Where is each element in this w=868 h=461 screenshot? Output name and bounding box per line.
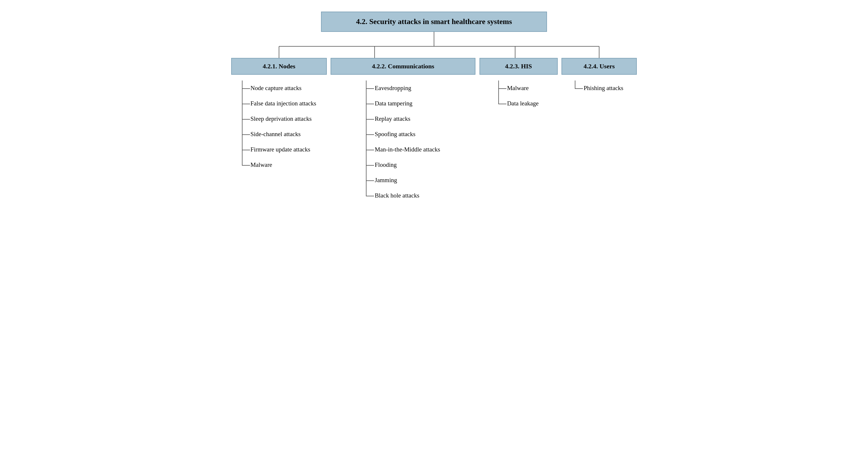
his-header: 4.2.3. HIS (479, 58, 558, 75)
list-item: Eavesdropping (375, 80, 440, 96)
comms-header: 4.2.2. Communications (331, 58, 475, 75)
list-item: Malware (507, 80, 538, 96)
list-item: Data tampering (375, 96, 440, 111)
list-item: Flooding (375, 157, 440, 173)
col-comms: 4.2.2. Communications Eavesdropping Data… (331, 58, 475, 203)
list-item: Firmware update attacks (251, 142, 316, 157)
root-label: 4.2. Security attacks in smart healthcar… (356, 18, 512, 26)
children-row: 4.2.1. Nodes Node capture attacks False … (231, 58, 637, 203)
diagram: 4.2. Security attacks in smart healthcar… (231, 11, 637, 203)
his-items: Malware Data leakage (498, 80, 538, 111)
list-item: Sleep deprivation attacks (251, 111, 316, 127)
col-his: 4.2.3. HIS Malware Data leakage (479, 58, 558, 111)
list-item: Black hole attacks (375, 188, 440, 203)
list-item: Malware (251, 157, 316, 173)
list-item: Phishing attacks (584, 80, 623, 96)
users-header: 4.2.4. Users (561, 58, 637, 75)
comms-items: Eavesdropping Data tampering Replay atta… (366, 80, 440, 203)
col-nodes: 4.2.1. Nodes Node capture attacks False … (231, 58, 327, 173)
list-item: Replay attacks (375, 111, 440, 127)
root-connector-svg (231, 32, 637, 58)
list-item: Side-channel attacks (251, 127, 316, 142)
list-item: Node capture attacks (251, 80, 316, 96)
nodes-header: 4.2.1. Nodes (231, 58, 327, 75)
list-item: Spoofing attacks (375, 127, 440, 142)
list-item: Man-in-the-Middle attacks (375, 142, 440, 157)
col-users: 4.2.4. Users Phishing attacks (561, 58, 637, 96)
nodes-items: Node capture attacks False data injectio… (242, 80, 316, 173)
users-items: Phishing attacks (575, 80, 623, 96)
root-node: 4.2. Security attacks in smart healthcar… (321, 11, 547, 32)
list-item: Data leakage (507, 96, 538, 111)
list-item: Jamming (375, 173, 440, 188)
list-item: False data injection attacks (251, 96, 316, 111)
